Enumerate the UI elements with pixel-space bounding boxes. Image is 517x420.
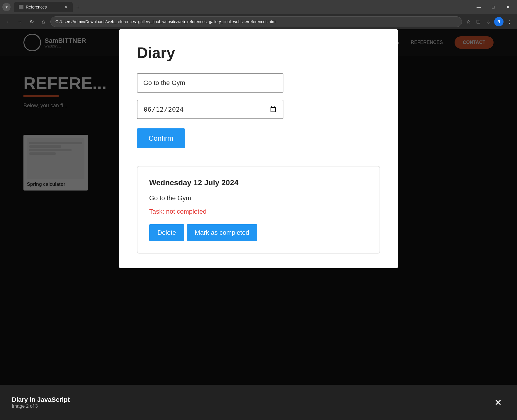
bookmark-icon[interactable]: ☆ bbox=[464, 18, 472, 26]
back-button[interactable]: ← bbox=[4, 17, 13, 26]
tab-title: References bbox=[26, 5, 47, 9]
bottom-bar: Diary in JavaScript Image 2 of 3 ✕ bbox=[0, 385, 517, 420]
download-icon[interactable]: ⇓ bbox=[484, 18, 492, 26]
forward-button[interactable]: → bbox=[15, 17, 25, 26]
reload-button[interactable]: ↻ bbox=[27, 17, 36, 26]
confirm-button[interactable]: Confirm bbox=[137, 128, 185, 148]
delete-button[interactable]: Delete bbox=[149, 224, 184, 241]
task-input[interactable] bbox=[137, 73, 283, 93]
bottom-bar-text: Diary in JavaScript Image 2 of 3 bbox=[12, 396, 70, 409]
window-controls: — □ ✕ bbox=[472, 2, 515, 12]
profile-button[interactable]: R bbox=[494, 17, 504, 26]
task-label: Task: bbox=[149, 208, 164, 215]
extensions-icon[interactable]: ☐ bbox=[474, 18, 482, 26]
tab-bar: ▾ References ✕ + — □ ✕ bbox=[0, 0, 517, 14]
tab-controls-left: ▾ bbox=[2, 3, 11, 11]
date-input[interactable] bbox=[137, 100, 283, 119]
new-tab-button[interactable]: + bbox=[74, 3, 82, 11]
diary-date: Wednesday 12 July 2024 bbox=[149, 178, 368, 187]
tab-favicon bbox=[19, 5, 23, 9]
minimize-button[interactable]: — bbox=[472, 2, 485, 12]
menu-icon[interactable]: ⋮ bbox=[505, 18, 513, 26]
modal-title: Diary bbox=[137, 44, 380, 62]
diary-actions: Delete Mark as completed bbox=[149, 224, 368, 241]
active-tab[interactable]: References ✕ bbox=[14, 2, 73, 12]
dropdown-profiles-button[interactable]: ▾ bbox=[2, 3, 11, 11]
url-input[interactable] bbox=[50, 16, 462, 27]
address-bar: ← → ↻ ⌂ ☆ ☐ ⇓ R ⋮ bbox=[0, 14, 517, 29]
maximize-button[interactable]: □ bbox=[487, 2, 500, 12]
home-button[interactable]: ⌂ bbox=[39, 17, 48, 26]
close-modal-button[interactable]: ✕ bbox=[491, 395, 505, 410]
diary-entry-card: Wednesday 12 July 2024 Go to the Gym Tas… bbox=[137, 166, 380, 254]
page-background: SamBITTNER WEBDEV... HOME ABOUT ME SKILL… bbox=[0, 29, 517, 420]
bottom-bar-subtitle: Image 2 of 3 bbox=[12, 404, 70, 409]
bottom-bar-title: Diary in JavaScript bbox=[12, 396, 70, 404]
diary-task-text: Go to the Gym bbox=[149, 194, 368, 202]
close-window-button[interactable]: ✕ bbox=[501, 2, 515, 12]
status-badge: not completed bbox=[166, 208, 206, 215]
browser-actions: ☆ ☐ ⇓ R ⋮ bbox=[464, 17, 513, 26]
diary-status: Task: not completed bbox=[149, 208, 368, 215]
browser-chrome: ▾ References ✕ + — □ ✕ ← → ↻ ⌂ ☆ ☐ ⇓ R ⋮ bbox=[0, 0, 517, 29]
diary-modal: Diary Confirm Wednesday 12 July 2024 Go … bbox=[119, 29, 398, 268]
mark-complete-button[interactable]: Mark as completed bbox=[187, 224, 258, 241]
tab-close-button[interactable]: ✕ bbox=[64, 4, 68, 10]
